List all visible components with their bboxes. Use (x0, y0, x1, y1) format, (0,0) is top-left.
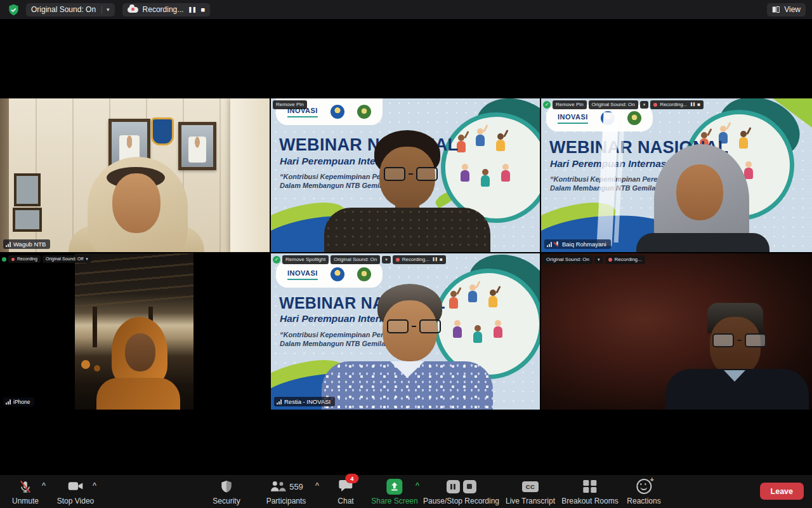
tile-overlay-controls: ✓ Remove Pin Original Sound: On ▾ Record… (543, 100, 704, 109)
chat-label: Chat (337, 497, 353, 505)
participant-name: iPhone (13, 399, 30, 405)
pause-recording-icon[interactable]: ❚❚ (690, 102, 695, 107)
recording-dot-icon (11, 258, 15, 261)
mini-recording-indicator: Recording... ❚❚ ■ (650, 100, 704, 109)
share-options-caret[interactable]: ^ (416, 482, 419, 489)
recording-label: Recording... (143, 5, 184, 14)
remove-pin-label: Remove Pin (276, 102, 304, 108)
participant-name: Baiq Rohmayani (562, 241, 606, 248)
chat-unread-badge: 4 (345, 474, 358, 483)
video-tile-restia-inovasi[interactable]: INOVASI WEBINAR NASIONAL Hari Perempuan … (271, 253, 540, 410)
unmute-options-caret[interactable]: ^ (42, 482, 46, 489)
reactions-smiley-icon: + (636, 479, 652, 494)
video-options-caret[interactable]: ^ (93, 482, 96, 489)
mini-recording-indicator: Recording... (605, 255, 645, 264)
live-transcript-label: Live Transcript (506, 497, 555, 505)
event-logos: INOVASI (276, 261, 383, 288)
participants-count: 559 (289, 482, 303, 491)
person-face (676, 164, 723, 220)
mini-caret-button[interactable]: ▾ (382, 256, 391, 264)
remove-pin-label: Remove Pin (556, 102, 584, 108)
portrait-video-content (75, 253, 193, 410)
mini-original-sound-toggle[interactable]: Original Sound: On (543, 255, 593, 264)
chat-button[interactable]: 4 Chat (337, 479, 353, 505)
ntb-crest (151, 117, 174, 145)
caret-down-icon: ▾ (385, 257, 388, 262)
cc-icon: CC (522, 481, 539, 492)
video-tile-male-dark-room[interactable]: Original Sound: On ▾ Recording... (541, 253, 812, 410)
breakout-rooms-button[interactable]: Breakout Rooms (561, 479, 618, 505)
recording-cloud-icon (128, 6, 138, 13)
caret-down-icon: ▾ (643, 102, 646, 107)
caret-down-icon[interactable]: ▾ (107, 7, 110, 13)
mini-original-sound-toggle[interactable]: Original Sound: On (589, 100, 638, 109)
video-tile-baiq-rohmayani[interactable]: INOVASI WEBINAR NASIONAL Hari Perempuan … (541, 98, 812, 252)
mini-shield-icon (2, 257, 6, 262)
video-tile-iphone[interactable]: Recording Original Sound: Off ▾ iPhone (0, 253, 270, 410)
small-frame-2 (13, 208, 42, 232)
pause-recording-icon[interactable]: ❚❚ (188, 6, 196, 13)
leave-button[interactable]: Leave (760, 483, 804, 500)
mini-recording-label: Recording (17, 257, 37, 262)
person-face (125, 333, 155, 371)
view-button[interactable]: View (767, 3, 806, 17)
participant-name: Restia - INOVASI (284, 398, 331, 405)
mini-caret-button[interactable]: ▾ (594, 256, 603, 264)
participants-icon (269, 480, 286, 493)
participants-button[interactable]: 559 Participants (266, 479, 306, 505)
mini-original-sound-toggle[interactable]: Original Sound: On (331, 255, 380, 264)
signal-icon (277, 399, 282, 404)
security-button[interactable]: Security (213, 479, 240, 505)
participant-name-label: Wagub NTB (3, 239, 50, 249)
reactions-label: Reactions (627, 497, 660, 505)
caret-down-icon: ▾ (86, 257, 88, 262)
remove-spotlight-button[interactable]: Remove Spotlight (282, 255, 329, 264)
original-sound-toggle[interactable]: Original Sound: On ▾ (26, 3, 115, 17)
stop-recording-icon[interactable]: ■ (200, 6, 205, 13)
stop-recording-icon[interactable] (462, 480, 476, 493)
post (93, 307, 97, 347)
person-batik-shirt (324, 208, 490, 252)
mini-original-sound-label: Original Sound: On (592, 102, 635, 108)
stop-video-button[interactable]: Stop Video (57, 479, 95, 505)
share-screen-button[interactable]: Share Screen (371, 479, 417, 505)
illustration-women-circle (441, 112, 540, 223)
stop-recording-icon[interactable]: ■ (440, 257, 443, 262)
kemenag-logo (357, 105, 371, 119)
tile-overlay-controls: Recording Original Sound: Off ▾ (2, 255, 91, 263)
share-screen-icon (386, 479, 402, 495)
reactions-button[interactable]: + Reactions (627, 479, 660, 505)
mini-original-sound-toggle[interactable]: Original Sound: Off ▾ (43, 255, 91, 263)
roof-beams (75, 253, 193, 307)
mini-caret-button[interactable]: ▾ (640, 101, 649, 109)
video-tile-speaker-male[interactable]: INOVASI WEBINAR NASIONAL Hari Perempuan … (271, 98, 540, 252)
participants-options-caret[interactable]: ^ (315, 482, 319, 489)
ntb-logo (331, 105, 344, 119)
kemenag-logo (627, 111, 641, 125)
mini-recording-label: Recording... (402, 257, 429, 263)
unmute-label: Unmute (12, 497, 39, 505)
pause-recording-icon[interactable] (446, 480, 459, 493)
unmute-button[interactable]: Unmute (12, 479, 39, 505)
participant-name: Wagub NTB (13, 241, 46, 248)
person-shoulders (96, 378, 180, 410)
tile-overlay-controls: Original Sound: On ▾ Recording... (543, 255, 645, 264)
plus-icon: + (650, 476, 654, 483)
video-grid: Wagub NTB INOVASI (0, 98, 812, 410)
person-face (112, 173, 160, 233)
participants-label: Participants (266, 497, 306, 505)
security-label: Security (213, 497, 240, 505)
recording-dot-icon (396, 258, 400, 262)
video-tile-wagub-ntb[interactable]: Wagub NTB (0, 98, 270, 252)
recording-dot-icon (653, 103, 657, 107)
remove-pin-button[interactable]: Remove Pin (553, 100, 587, 109)
remove-pin-button[interactable]: Remove Pin (273, 100, 307, 109)
stop-recording-icon[interactable]: ■ (697, 102, 700, 107)
mini-shield-icon: ✓ (543, 101, 551, 109)
pause-recording-icon[interactable]: ❚❚ (432, 257, 437, 262)
live-transcript-button[interactable]: CC Live Transcript (506, 479, 555, 505)
pause-stop-recording-button[interactable]: Pause/Stop Recording (423, 479, 499, 505)
wall-pillar (230, 98, 270, 252)
kemenag-logo (357, 267, 371, 281)
tile-overlay-controls: Remove Pin (273, 100, 307, 109)
